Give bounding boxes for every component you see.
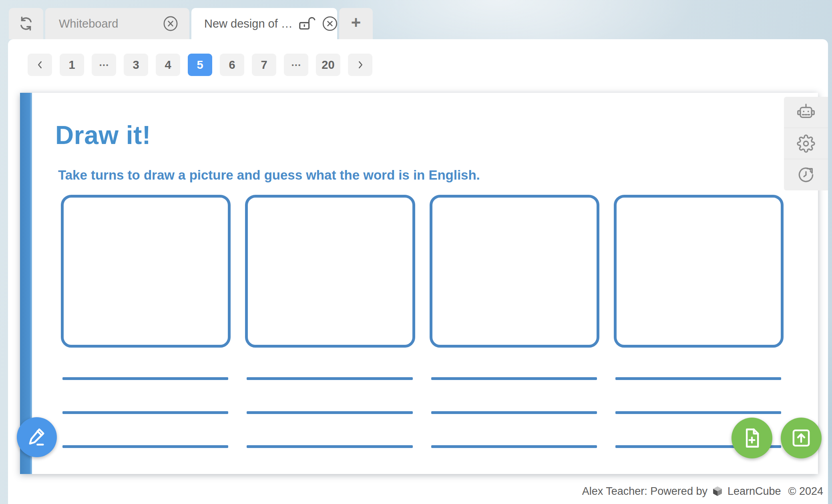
page-navigation: 1 ••• 3 4 5 6 7 ••• 20	[28, 54, 372, 76]
whiteboard-canvas[interactable]: Draw it! Take turns to draw a picture an…	[20, 93, 818, 474]
answer-line	[431, 377, 597, 380]
pagination-prev-button[interactable]	[28, 54, 52, 76]
add-page-button[interactable]	[732, 418, 772, 458]
tab-bar: Whiteboard New design of … +	[9, 8, 373, 39]
box-column	[430, 195, 599, 448]
answer-line	[431, 411, 597, 414]
chevron-right-icon	[355, 59, 366, 71]
slide-title: Draw it!	[55, 122, 151, 148]
refresh-icon	[18, 16, 34, 32]
tab-new-design-label: New design of …	[204, 17, 293, 30]
app-window: 1 ••• 3 4 5 6 7 ••• 20 Draw it! Take tur…	[8, 39, 828, 504]
pagination-page-6[interactable]: 6	[220, 54, 244, 76]
close-icon[interactable]	[322, 15, 338, 32]
canvas-scrollbar[interactable]	[20, 93, 32, 474]
pagination-ellipsis-left[interactable]: •••	[92, 54, 116, 76]
answer-line	[62, 377, 228, 380]
answer-line	[62, 411, 228, 414]
settings-gear-icon	[797, 134, 815, 153]
add-page-icon	[741, 427, 763, 449]
drawing-boxes-row	[61, 195, 784, 448]
history-icon	[797, 166, 815, 184]
close-icon[interactable]	[162, 15, 179, 32]
pagination-page-1[interactable]: 1	[60, 54, 84, 76]
copyright-text: © 2024	[788, 485, 823, 498]
box-column	[245, 195, 415, 448]
plus-icon: +	[351, 14, 361, 33]
new-tab-button[interactable]: +	[339, 8, 373, 39]
tab-whiteboard-label: Whiteboard	[59, 17, 118, 30]
footer: Alex Teacher: Powered by LearnCube © 202…	[582, 484, 823, 498]
draw-tools-button[interactable]	[17, 417, 57, 457]
pagination-next-button[interactable]	[348, 54, 372, 76]
drawing-box	[61, 195, 231, 348]
pagination-page-5-active[interactable]: 5	[188, 54, 212, 76]
answer-line	[247, 445, 412, 448]
chevron-left-icon	[35, 59, 45, 71]
drawing-box	[245, 195, 415, 348]
upload-icon	[790, 427, 812, 449]
drawing-box	[430, 195, 599, 348]
side-toolbar	[784, 97, 828, 190]
answer-line	[615, 377, 781, 380]
answer-line	[431, 445, 597, 448]
answer-line	[62, 445, 228, 448]
history-button[interactable]	[784, 159, 828, 190]
pencil-icon	[26, 426, 48, 448]
answer-line	[247, 411, 412, 414]
teacher-powered-by-text: Alex Teacher: Powered by	[582, 485, 707, 498]
ai-robot-button[interactable]	[784, 97, 828, 128]
brand-name: LearnCube	[727, 485, 781, 498]
cube-logo-icon	[711, 485, 723, 497]
answer-line	[615, 411, 781, 414]
box-column	[61, 195, 231, 448]
slide-instructions: Take turns to draw a picture and guess w…	[58, 168, 480, 182]
settings-button[interactable]	[784, 128, 828, 159]
drawing-box	[614, 195, 784, 348]
answer-line	[247, 377, 412, 380]
box-column	[614, 195, 784, 448]
unlock-icon[interactable]	[298, 15, 316, 32]
robot-icon	[797, 103, 815, 122]
upload-button[interactable]	[781, 418, 822, 458]
pagination-page-7[interactable]: 7	[252, 54, 276, 76]
pagination-page-20[interactable]: 20	[316, 54, 340, 76]
pagination-ellipsis-right[interactable]: •••	[284, 54, 308, 76]
refresh-tab-button[interactable]	[9, 8, 43, 39]
tab-whiteboard[interactable]: Whiteboard	[45, 8, 189, 39]
pagination-page-3[interactable]: 3	[124, 54, 148, 76]
tab-new-design[interactable]: New design of …	[191, 8, 337, 39]
pagination-page-4[interactable]: 4	[156, 54, 180, 76]
